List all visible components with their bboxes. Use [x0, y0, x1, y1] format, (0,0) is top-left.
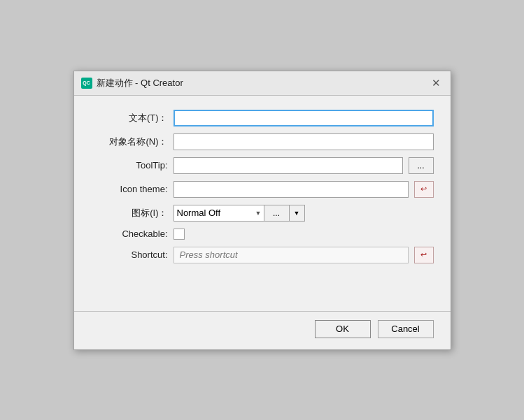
icon-theme-reset-button[interactable]: ↩ [414, 181, 434, 198]
object-name-input[interactable] [174, 133, 434, 150]
tooltip-row: ToolTip: ... [91, 157, 434, 174]
tooltip-input[interactable] [174, 157, 403, 174]
icon-browse-button[interactable]: ... [264, 205, 290, 222]
icon-theme-reset-icon: ↩ [420, 184, 427, 194]
chevron-down-icon: ▼ [294, 210, 300, 217]
text-input[interactable] [174, 110, 434, 126]
checkable-checkbox[interactable] [174, 229, 185, 240]
shortcut-reset-button[interactable]: ↩ [414, 247, 434, 263]
object-name-row: 对象名称(N)： [91, 133, 434, 150]
title-bar: QC 新建动作 - Qt Creator ✕ [74, 71, 451, 96]
icon-arrow-button[interactable]: ▼ [290, 205, 305, 222]
title-bar-left: QC 新建动作 - Qt Creator [81, 77, 183, 89]
shortcut-row: Shortcut: ↩ [91, 247, 434, 263]
dialog-title: 新建动作 - Qt Creator [97, 77, 183, 89]
icon-theme-input[interactable] [174, 181, 409, 198]
shortcut-input[interactable] [174, 247, 409, 263]
close-button[interactable]: ✕ [429, 75, 444, 91]
cancel-button[interactable]: Cancel [378, 320, 434, 338]
ok-button[interactable]: OK [315, 320, 371, 338]
icon-theme-row: Icon theme: ↩ [91, 181, 434, 198]
app-icon: QC [81, 78, 92, 89]
icon-row: 图标(I)： Normal Off Normal On Disabled Off… [91, 205, 434, 222]
shortcut-reset-icon: ↩ [420, 250, 427, 259]
dialog-divider [74, 311, 451, 312]
dialog-footer: OK Cancel [74, 320, 451, 349]
checkable-label: Checkable: [91, 229, 168, 239]
text-label: 文本(T)： [91, 112, 168, 124]
tooltip-label: ToolTip: [91, 160, 168, 171]
icon-dropdown-wrapper: Normal Off Normal On Disabled Off Disabl… [174, 205, 264, 222]
dialog-content: 文本(T)： 对象名称(N)： ToolTip: ... Icon theme: [74, 96, 451, 300]
shortcut-label: Shortcut: [91, 249, 168, 260]
icon-dropdown-group: Normal Off Normal On Disabled Off Disabl… [174, 205, 305, 222]
new-action-dialog: QC 新建动作 - Qt Creator ✕ 文本(T)： 对象名称(N)： T… [73, 71, 451, 350]
text-row: 文本(T)： [91, 110, 434, 126]
icon-label: 图标(I)： [91, 207, 168, 219]
object-name-label: 对象名称(N)： [91, 136, 168, 148]
tooltip-browse-button[interactable]: ... [409, 157, 434, 174]
icon-dropdown[interactable]: Normal Off Normal On Disabled Off Disabl… [174, 205, 264, 222]
icon-theme-label: Icon theme: [91, 184, 168, 194]
checkable-row: Checkable: [91, 229, 434, 240]
